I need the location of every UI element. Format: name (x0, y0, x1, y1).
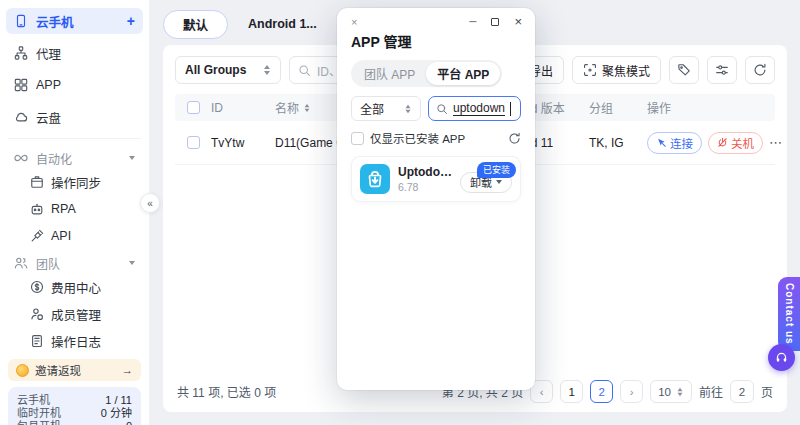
team-icon (14, 256, 28, 270)
log-icon (30, 334, 44, 348)
contact-us-tab[interactable]: Contact us (778, 277, 800, 351)
usage-stats-panel: 云手机 1 / 11 临时开机 0 分钟 包月开机 0 云盘 1015.99MB… (8, 387, 141, 425)
cursor-icon (656, 137, 667, 148)
cloud-icon (14, 110, 28, 124)
goto-suffix: 页 (761, 383, 773, 400)
tab-platform-app[interactable]: 平台 APP (426, 62, 500, 85)
window-close-icon[interactable]: × (514, 15, 522, 28)
cell-actions: 连接 关机 ⋯ (647, 132, 775, 154)
column-header-id[interactable]: ID (211, 101, 275, 115)
shutdown-button[interactable]: 关机 (708, 132, 763, 154)
sidebar-item-member-management[interactable]: 成员管理 (6, 305, 143, 323)
sidebar-group-label: 团队 (36, 255, 121, 272)
modal-close-icon[interactable]: × (351, 17, 357, 28)
sidebar-item-label: 成员管理 (51, 305, 101, 324)
goto-page-input[interactable]: 2 (730, 380, 754, 403)
app-search-input[interactable]: uptodown (428, 96, 521, 121)
sidebar-item-label: 代理 (36, 44, 135, 63)
installed-badge: 已安装 (477, 162, 516, 178)
sidebar-collapse-button[interactable]: « (140, 193, 160, 213)
stat-value: 0 (126, 420, 132, 425)
power-off-icon (717, 137, 728, 148)
refresh-button[interactable] (745, 56, 775, 84)
sidebar-item-label: APP (36, 78, 135, 92)
sidebar-group-automation[interactable]: 自动化 (6, 149, 143, 167)
sidebar-item-label: 云盘 (36, 108, 135, 127)
column-header-group[interactable]: 分组 (589, 99, 647, 116)
customer-service-button[interactable] (768, 344, 795, 371)
collapse-icon: « (147, 198, 153, 209)
proxy-icon (14, 46, 28, 60)
stat-value: 0 分钟 (101, 407, 132, 420)
arrow-right-icon: → (122, 364, 134, 376)
app-version: 6.78 (398, 181, 452, 193)
sidebar-item-operation-sync[interactable]: 操作同步 (6, 173, 143, 191)
stat-label: 包月开机 (17, 420, 61, 425)
sidebar-item-proxy[interactable]: 代理 (6, 40, 143, 66)
sidebar-item-billing-center[interactable]: 费用中心 (6, 278, 143, 296)
group-filter-select[interactable]: All Groups (175, 56, 281, 84)
robot-icon (30, 202, 44, 216)
headset-icon (775, 351, 788, 364)
connect-button[interactable]: 连接 (647, 132, 702, 154)
invite-cashback-banner[interactable]: 邀请返现 → (8, 359, 141, 381)
installed-only-label: 仅显示已安装 APP (370, 130, 502, 146)
next-page-button[interactable]: › (620, 380, 643, 403)
uptodown-app-icon (360, 164, 390, 194)
sidebar-item-label: 云手机 (36, 12, 119, 31)
display-settings-button[interactable] (707, 56, 737, 84)
sidebar-item-label: API (51, 229, 71, 243)
sidebar-group-team[interactable]: 团队 (6, 254, 143, 272)
app-action: 已安装 卸载 (460, 172, 512, 193)
category-value: 全部 (360, 100, 396, 117)
minimize-icon[interactable]: ─ (469, 17, 476, 27)
tab-android-1[interactable]: Android 1... (238, 13, 327, 35)
sidebar-item-operation-log[interactable]: 操作日志 (6, 332, 143, 350)
maximize-icon[interactable] (491, 18, 499, 26)
sidebar-item-label: RPA (51, 202, 76, 216)
refresh-icon (508, 132, 521, 145)
chevron-down-icon (129, 156, 135, 160)
page-size-select[interactable]: 10 (650, 380, 692, 403)
installed-only-row: 仅显示已安装 APP (351, 130, 521, 146)
tab-default[interactable]: 默认 (163, 10, 228, 39)
window-controls: ─ × (469, 15, 522, 28)
sort-icon[interactable] (304, 104, 310, 112)
sync-box-icon (30, 175, 44, 189)
stat-row: 包月开机 0 (17, 420, 132, 425)
sidebar-item-rpa[interactable]: RPA (6, 200, 143, 218)
sidebar-item-label: 操作同步 (51, 173, 101, 192)
focus-mode-label: 聚焦模式 (602, 62, 650, 79)
app-source-tabs: 团队 APP 平台 APP (351, 60, 502, 87)
sidebar-item-api[interactable]: API (6, 227, 143, 245)
tab-team-app[interactable]: 团队 APP (353, 62, 426, 85)
more-actions-button[interactable]: ⋯ (769, 135, 783, 150)
contact-us-label: Contact us (784, 283, 795, 345)
chevron-updown-icon (405, 104, 412, 113)
stat-row: 临时开机 0 分钟 (17, 407, 132, 420)
sidebar-item-app[interactable]: APP (6, 72, 143, 98)
cell-group: TK, IG (589, 136, 647, 150)
sidebar-item-label: 操作日志 (51, 332, 101, 351)
stat-label: 云手机 (17, 394, 50, 407)
chevron-updown-icon (677, 387, 684, 396)
app-list-refresh-button[interactable] (508, 132, 521, 145)
focus-mode-button[interactable]: 聚焦模式 (572, 56, 661, 84)
category-select[interactable]: 全部 (351, 96, 421, 121)
page-button-1[interactable]: 1 (560, 380, 583, 403)
billing-icon (30, 280, 44, 294)
page-button-2[interactable]: 2 (590, 380, 613, 403)
stat-row: 云手机 1 / 11 (17, 394, 132, 407)
coin-icon (16, 364, 29, 377)
select-all-checkbox[interactable] (187, 101, 200, 114)
sidebar-item-cloud-phone[interactable]: 云手机 + (6, 8, 143, 34)
installed-only-checkbox[interactable] (351, 132, 364, 145)
sidebar-item-cloud-disk[interactable]: 云盘 (6, 104, 143, 130)
row-checkbox[interactable] (187, 136, 200, 149)
add-phone-button[interactable]: + (127, 13, 135, 29)
text-caret (510, 102, 511, 116)
tag-button[interactable] (669, 56, 699, 84)
modal-filter-row: 全部 uptodown (351, 96, 521, 121)
app-meta: Uptodown App S... 6.78 (398, 165, 452, 193)
tag-icon (677, 63, 691, 77)
